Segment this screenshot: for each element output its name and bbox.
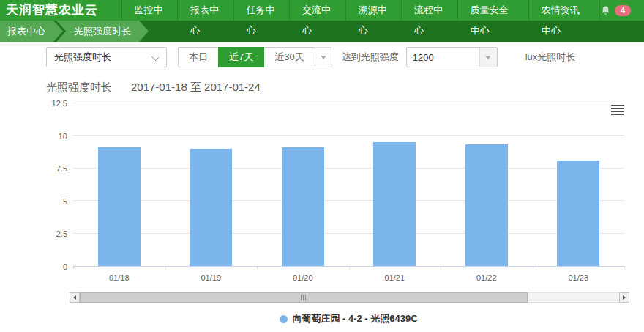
chart-scrollbar bbox=[70, 292, 629, 303]
y-axis-tick-label: 12.5 bbox=[52, 99, 67, 108]
chart-title: 光照强度时长 bbox=[46, 81, 112, 95]
arrow-left-icon bbox=[73, 295, 76, 300]
x-axis-labels: 01/1801/1901/2001/2101/2201/23 bbox=[73, 273, 624, 285]
arrow-right-icon bbox=[623, 295, 626, 300]
bar-01/22[interactable] bbox=[465, 144, 508, 266]
gridline bbox=[73, 135, 624, 136]
x-axis-tick bbox=[533, 266, 533, 269]
nav-menu: 监控中心报表中心任务中心交流中心溯源中心流程中心质量安全中心农情资讯中心 bbox=[121, 0, 600, 21]
legend-marker bbox=[280, 315, 288, 323]
y-axis-tick-label: 0 bbox=[63, 262, 67, 271]
x-axis-tick bbox=[349, 266, 350, 269]
threshold-input[interactable] bbox=[407, 48, 479, 67]
threshold-dropdown-button[interactable] bbox=[479, 48, 497, 67]
gridline bbox=[73, 233, 624, 234]
range-button[interactable]: 近7天 bbox=[218, 47, 264, 67]
gridline bbox=[73, 103, 624, 103]
gridline bbox=[73, 168, 624, 169]
x-axis-tick-label: 01/22 bbox=[441, 273, 533, 282]
x-axis-tick bbox=[165, 266, 166, 269]
scrollbar-grip-icon bbox=[301, 295, 307, 300]
notification-bell-icon[interactable] bbox=[600, 5, 611, 16]
nav-item[interactable]: 农情资讯中心 bbox=[528, 0, 600, 21]
x-axis-tick-label: 01/19 bbox=[165, 273, 258, 282]
gridline bbox=[73, 200, 624, 201]
y-axis-tick-label: 5 bbox=[63, 197, 67, 206]
scrollbar-track[interactable] bbox=[80, 292, 619, 303]
chart-header: 光照强度时长 2017-01-18 至 2017-01-24 bbox=[46, 81, 644, 95]
nav-item[interactable]: 任务中心 bbox=[233, 0, 290, 21]
nav-item[interactable]: 溯源中心 bbox=[345, 0, 402, 21]
scrollbar-left-button[interactable] bbox=[70, 292, 80, 303]
bar-chart: 02.557.51012.5 01/1801/1901/2001/2101/22… bbox=[0, 99, 644, 281]
range-button[interactable]: 本日 bbox=[178, 47, 219, 67]
nav-right: 4 bbox=[600, 0, 644, 21]
top-nav-bar: 天润智慧农业云平台 监控中心报表中心任务中心交流中心溯源中心流程中心质量安全中心… bbox=[0, 0, 644, 21]
notification-count-badge[interactable]: 4 bbox=[615, 5, 631, 16]
breadcrumb-item[interactable]: 报表中心 bbox=[0, 21, 63, 42]
x-axis-tick bbox=[441, 266, 441, 269]
y-axis-tick-label: 7.5 bbox=[56, 164, 67, 173]
nav-item[interactable]: 质量安全中心 bbox=[457, 0, 528, 21]
nav-item[interactable]: 报表中心 bbox=[177, 0, 233, 21]
nav-item[interactable]: 交流中心 bbox=[289, 0, 345, 21]
x-axis-tick-label: 01/23 bbox=[533, 273, 625, 282]
caret-down-icon bbox=[321, 56, 326, 59]
x-axis-tick bbox=[73, 266, 74, 269]
chart-legend[interactable]: 向葡萄庄园 - 4-2 - 光照6439C bbox=[73, 312, 624, 325]
legend-label: 向葡萄庄园 - 4-2 - 光照6439C bbox=[292, 312, 417, 325]
bar-01/23[interactable] bbox=[557, 161, 599, 266]
bar-01/19[interactable] bbox=[190, 149, 232, 266]
filter-toolbar: 光照强度时长 本日近7天近30天 达到光照强度 lux光照时长 bbox=[46, 47, 644, 67]
scrollbar-right-button[interactable] bbox=[619, 292, 629, 303]
bar-01/20[interactable] bbox=[282, 147, 324, 267]
bar-01/21[interactable] bbox=[373, 142, 416, 266]
range-button[interactable]: 近30天 bbox=[263, 47, 315, 67]
plot-area bbox=[73, 103, 624, 267]
caret-down-icon bbox=[485, 56, 491, 59]
nav-item[interactable]: 流程中心 bbox=[401, 0, 457, 21]
report-type-select[interactable]: 光照强度时长 bbox=[46, 47, 167, 67]
x-axis-tick bbox=[624, 266, 625, 269]
threshold-label: 达到光照强度 bbox=[342, 51, 399, 64]
x-axis-tick-label: 01/18 bbox=[73, 273, 165, 282]
x-axis-tick-label: 01/21 bbox=[349, 273, 441, 282]
chart-menu-icon[interactable] bbox=[611, 105, 624, 115]
nav-item[interactable]: 监控中心 bbox=[121, 0, 178, 21]
scrollbar-thumb[interactable] bbox=[80, 292, 528, 303]
x-axis-tick bbox=[257, 266, 258, 269]
threshold-combobox bbox=[406, 47, 498, 67]
y-axis-tick-label: 10 bbox=[59, 132, 67, 141]
range-button-group: 本日近7天近30天 bbox=[178, 47, 315, 67]
report-type-select-value: 光照强度时长 bbox=[54, 51, 111, 64]
breadcrumb-item[interactable]: 光照强度时长 bbox=[56, 21, 149, 42]
chart-date-range: 2017-01-18 至 2017-01-24 bbox=[131, 81, 261, 95]
y-axis-labels: 02.557.51012.5 bbox=[0, 103, 67, 267]
x-axis-tick-label: 01/20 bbox=[257, 273, 349, 282]
y-axis-tick-label: 2.5 bbox=[56, 229, 67, 238]
bar-01/18[interactable] bbox=[98, 147, 141, 267]
threshold-unit-label: lux光照时长 bbox=[525, 51, 576, 64]
brand-title: 天润智慧农业云平台 bbox=[0, 0, 121, 21]
range-dropdown-button[interactable] bbox=[315, 47, 332, 67]
chevron-down-icon bbox=[151, 54, 159, 61]
